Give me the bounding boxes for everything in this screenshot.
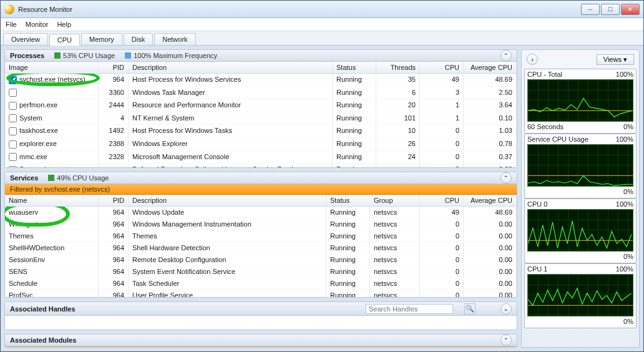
tab-network[interactable]: Network (154, 33, 195, 45)
table-row[interactable]: 3360Windows Task ManagerRunning632.50 (5, 87, 517, 100)
modules-collapse-icon[interactable]: ⌃ (500, 335, 512, 346)
minimize-button[interactable]: ─ (581, 4, 600, 15)
chart-box: CPU - Total100%60 Seconds0% (524, 69, 637, 134)
process-checkbox[interactable] (9, 153, 17, 161)
window-title: Resource Monitor (18, 6, 581, 13)
table-row[interactable]: explorer.exe2388Windows ExplorerRunning2… (5, 138, 517, 151)
chart-foot-right: 0% (623, 123, 633, 130)
tab-cpu[interactable]: CPU (49, 34, 80, 46)
chart-max: 100% (616, 71, 633, 78)
table-row[interactable]: Schedule964Task SchedulerRunningnetsvcs0… (5, 278, 517, 290)
chart-box: Service CPU Usage100%0% (524, 134, 637, 198)
table-row[interactable]: ShellHWDetection964Shell Hardware Detect… (5, 242, 517, 254)
chart-foot-right: 0% (623, 253, 633, 260)
table-row[interactable]: Themes964ThemesRunningnetsvcs00.00 (5, 230, 517, 242)
chart-canvas (527, 79, 633, 122)
services-title: Services (10, 174, 38, 182)
tab-overview[interactable]: Overview (3, 33, 48, 45)
processes-title: Processes (10, 52, 44, 59)
chart-canvas (527, 274, 633, 316)
services-cpu-usage: 49% CPU Usage (57, 174, 109, 182)
services-panel: Services 49% CPU Usage ⌃ Filtered by svc… (4, 172, 517, 298)
chart-max: 100% (616, 135, 633, 143)
processes-max-freq: 100% Maximum Frequency (134, 52, 217, 59)
modules-filter: Filtered by svchost.exe (netsvcs) (5, 346, 517, 348)
chart-box: CPU 1100%0% (524, 263, 637, 328)
chart-box: CPU 0100%0% (524, 198, 637, 263)
services-collapse-icon[interactable]: ⌃ (500, 172, 512, 183)
process-checkbox[interactable] (9, 89, 17, 97)
chart-title: CPU 0 (527, 200, 547, 208)
table-row[interactable]: taskhost.exe1492Host Process for Windows… (5, 125, 517, 138)
processes-panel: Processes 53% CPU Usage 100% Maximum Fre… (4, 49, 517, 168)
handles-panel: Associated Handles 🔍 ⌄ (4, 301, 517, 330)
titlebar[interactable]: Resource Monitor ─ ☐ ✕ (1, 1, 643, 18)
charts-sidebar: › Views ▾ CPU - Total100%60 Seconds0%Ser… (521, 49, 640, 348)
process-checkbox[interactable] (9, 166, 17, 167)
process-checkbox[interactable] (9, 140, 17, 149)
handles-collapse-icon[interactable]: ⌄ (500, 303, 512, 315)
processes-column-header[interactable]: Image PID Description Status Threads CPU… (5, 62, 517, 74)
handles-title: Associated Handles (10, 305, 76, 313)
table-row[interactable]: System4NT Kernel & SystemRunning10110.10 (5, 112, 517, 125)
table-row[interactable]: wuauserv964Windows UpdateRunningnetsvcs4… (5, 207, 517, 218)
chart-title: CPU 1 (527, 265, 547, 273)
table-row[interactable]: SENS964System Event Notification Service… (5, 266, 517, 278)
processes-rows[interactable]: svchost.exe (netsvcs)964Host Process for… (5, 74, 517, 167)
modules-panel: Associated Modules ⌃ Filtered by svchost… (4, 334, 517, 348)
chevron-down-icon: ▾ (623, 56, 627, 63)
tab-disk[interactable]: Disk (124, 33, 153, 45)
processes-cpu-usage: 53% CPU Usage (63, 52, 115, 59)
chart-canvas (527, 144, 633, 187)
table-row[interactable]: System Interrupts-Deferred Procedure Cal… (5, 164, 517, 167)
process-checkbox[interactable] (9, 76, 17, 84)
services-filter: Filtered by svchost.exe (netsvcs) (5, 184, 517, 195)
chart-foot-left: 60 Seconds (527, 123, 564, 130)
table-row[interactable]: SessionEnv964Remote Desktop Configuratio… (5, 254, 517, 266)
modules-title: Associated Modules (10, 336, 76, 344)
table-row[interactable]: svchost.exe (netsvcs)964Host Process for… (5, 74, 517, 87)
tab-memory[interactable]: Memory (81, 33, 122, 45)
services-rows[interactable]: wuauserv964Windows UpdateRunningnetsvcs4… (5, 207, 517, 297)
processes-collapse-icon[interactable]: ⌃ (500, 50, 512, 61)
maximize-button[interactable]: ☐ (601, 4, 620, 15)
table-row[interactable]: ProfSvc964User Profile ServiceRunningnet… (5, 290, 517, 297)
search-handles-input[interactable] (366, 304, 453, 314)
table-row[interactable]: Winmgmt964Windows Management Instrumenta… (5, 218, 517, 230)
chart-foot-right: 0% (623, 188, 633, 195)
menu-help[interactable]: Help (57, 21, 71, 28)
views-button[interactable]: Views ▾ (597, 54, 634, 65)
menu-monitor[interactable]: Monitor (26, 21, 49, 28)
app-icon (4, 4, 14, 14)
chart-max: 100% (616, 200, 633, 208)
close-button[interactable]: ✕ (621, 4, 640, 15)
chart-title: CPU - Total (527, 71, 562, 78)
process-checkbox[interactable] (9, 102, 17, 110)
tabstrip: Overview CPU Memory Disk Network (1, 31, 643, 46)
process-checkbox[interactable] (9, 127, 17, 135)
charts-collapse-icon[interactable]: › (527, 54, 538, 65)
menu-file[interactable]: File (6, 21, 17, 28)
chart-foot-right: 0% (623, 318, 633, 325)
services-column-header[interactable]: Name PID Description Status Group CPU Av… (5, 195, 517, 207)
chart-title: Service CPU Usage (527, 135, 588, 143)
menubar: File Monitor Help (1, 18, 643, 31)
process-checkbox[interactable] (9, 114, 17, 122)
table-row[interactable]: mmc.exe2328Microsoft Management ConsoleR… (5, 151, 517, 164)
chart-canvas (527, 209, 633, 252)
search-icon[interactable]: 🔍 (464, 303, 476, 315)
table-row[interactable]: perfmon.exe2444Resource and Performance … (5, 99, 517, 112)
chart-max: 100% (616, 265, 633, 273)
